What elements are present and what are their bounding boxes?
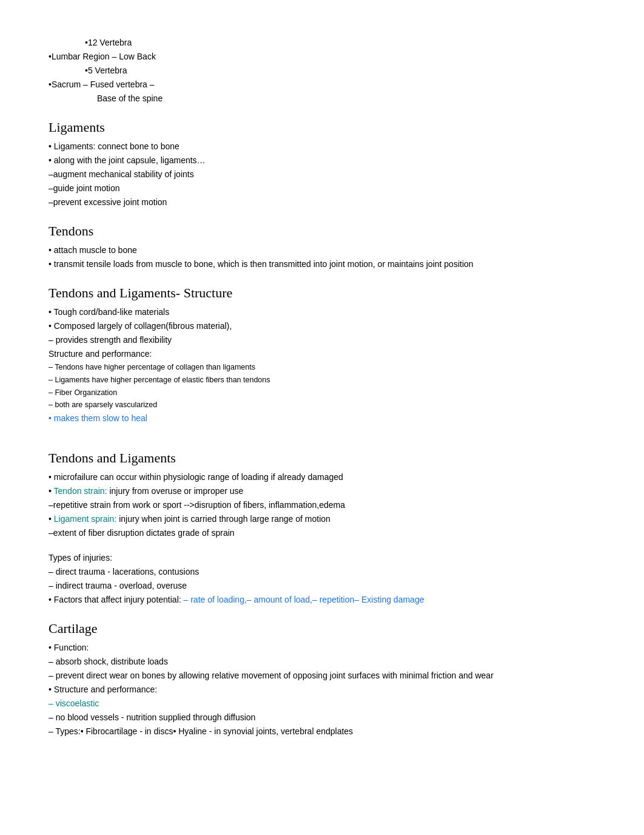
tl-struct-item-3: Structure and performance: xyxy=(49,348,595,360)
tendons-title: Tendons xyxy=(49,223,595,239)
tl-line4: • Ligament sprain: injury when joint is … xyxy=(49,513,595,526)
cartilage-title: Cartilage xyxy=(49,621,595,637)
tl-types-item-1: – indirect trauma - overload, overuse xyxy=(49,580,595,592)
ligaments-item-2: –augment mechanical stability of joints xyxy=(49,168,595,181)
intro-line1: •12 Vertebra xyxy=(49,36,595,49)
tl-line4-post: injury when joint is carried through lar… xyxy=(116,514,330,524)
tendon-strain-link: Tendon strain: xyxy=(54,486,107,496)
intro-line3: •5 Vertebra xyxy=(49,64,595,77)
cartilage-structure-0: – no blood vessels - nutrition supplied … xyxy=(49,711,595,724)
tl-struct-small-1: – Ligaments have higher percentage of el… xyxy=(49,374,595,386)
ligament-sprain-link: Ligament sprain: xyxy=(54,514,117,524)
cartilage-function-1: – prevent direct wear on bones by allowi… xyxy=(49,669,595,682)
tl-struct-small-3: – both are sparsely vascularized xyxy=(49,399,595,411)
intro-section: •12 Vertebra •Lumbar Region – Low Back •… xyxy=(49,36,595,105)
cartilage-function-0: – absorb shock, distribute loads xyxy=(49,655,595,668)
ligaments-item-4: –prevent excessive joint motion xyxy=(49,196,595,209)
tl-title: Tendons and Ligaments xyxy=(49,450,595,466)
tl-line2: • Tendon strain: injury from overuse or … xyxy=(49,485,595,498)
cartilage-structure-link: – viscoelastic xyxy=(49,697,595,710)
tl-line5: –extent of fiber disruption dictates gra… xyxy=(49,527,595,539)
tl-struct-item-1: • Composed largely of collagen(fibrous m… xyxy=(49,320,595,333)
tl-struct-item-0: • Tough cord/band-like materials xyxy=(49,306,595,319)
tl-line2-pre: • xyxy=(49,486,54,496)
intro-line5: Base of the spine xyxy=(49,92,595,105)
ligaments-item-0: • Ligaments: connect bone to bone xyxy=(49,140,595,153)
tl-types-title: Types of injuries: xyxy=(49,552,595,564)
tl-factors-pre: • Factors that affect injury potential: xyxy=(49,595,184,604)
intro-line4: •Sacrum – Fused vertebra – xyxy=(49,78,595,91)
tl-structure-title: Tendons and Ligaments- Structure xyxy=(49,285,595,301)
tl-struct-link: • makes them slow to heal xyxy=(49,412,595,425)
intro-line2: •Lumbar Region – Low Back xyxy=(49,50,595,63)
tl-struct-item-2: – provides strength and flexibility xyxy=(49,334,595,347)
ligaments-title: Ligaments xyxy=(49,120,595,135)
tl-line4-pre: • xyxy=(49,514,54,524)
tl-line2-post: injury from overuse or improper use xyxy=(107,486,244,496)
cartilage-structure-title: • Structure and performance: xyxy=(49,683,595,696)
tl-section: Tendons and Ligaments • microfailure can… xyxy=(49,450,595,606)
tendons-item-0: • attach muscle to bone xyxy=(49,244,595,257)
tendons-section: Tendons • attach muscle to bone • transm… xyxy=(49,223,595,271)
cartilage-function-title: • Function: xyxy=(49,641,595,654)
tl-line1: • microfailure can occur within physiolo… xyxy=(49,471,595,484)
tl-struct-small-2: – Fiber Organization xyxy=(49,387,595,399)
cartilage-structure-1: – Types:• Fibrocartilage - in discs• Hya… xyxy=(49,725,595,738)
tendons-item-1: • transmit tensile loads from muscle to … xyxy=(49,258,595,271)
page-content: •12 Vertebra •Lumbar Region – Low Back •… xyxy=(49,36,595,738)
tl-types-item-0: – direct trauma - lacerations, contusion… xyxy=(49,566,595,578)
ligaments-item-1: • along with the joint capsule, ligament… xyxy=(49,154,595,167)
viscoelastic-link: – viscoelastic xyxy=(49,698,99,708)
tl-struct-small-0: – Tendons have higher percentage of coll… xyxy=(49,362,595,373)
tl-factors: • Factors that affect injury potential: … xyxy=(49,593,595,606)
makes-them-slow-link: • makes them slow to heal xyxy=(49,413,147,423)
tl-factors-link: – rate of loading,– amount of load,– rep… xyxy=(184,595,424,604)
tl-line3: –repetitive strain from work or sport --… xyxy=(49,499,595,512)
cartilage-section: Cartilage • Function: – absorb shock, di… xyxy=(49,621,595,738)
ligaments-item-3: –guide joint motion xyxy=(49,182,595,195)
tl-structure-section: Tendons and Ligaments- Structure • Tough… xyxy=(49,285,595,425)
ligaments-section: Ligaments • Ligaments: connect bone to b… xyxy=(49,120,595,209)
